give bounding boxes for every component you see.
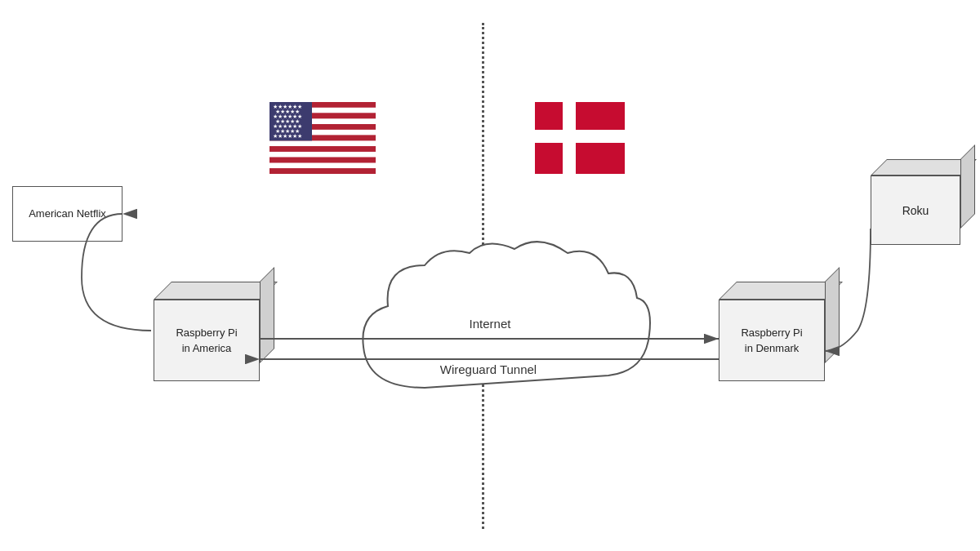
svg-rect-8 [270,146,376,152]
svg-rect-12 [270,168,376,174]
svg-rect-9 [270,152,376,158]
svg-rect-7 [270,140,376,146]
roku-label: Roku [902,204,929,217]
svg-rect-22 [535,130,625,143]
svg-text:★★★★★★: ★★★★★★ [273,133,302,139]
pi-denmark-label: Raspberry Pi in Denmark [741,325,802,357]
svg-rect-11 [270,162,376,168]
wireguard-label: Wireguard Tunnel [407,362,570,376]
cloud-shape [318,241,662,420]
internet-label: Internet [425,317,555,331]
svg-rect-23 [563,102,576,174]
us-flag: ★★★★★★ ★★★★★ ★★★★★★ ★★★★★ ★★★★★★ ★★★★★ ★… [270,102,376,174]
american-netflix-label: American Netflix [29,207,106,221]
american-netflix-box: American Netflix [12,186,122,242]
pi-america-label: Raspberry Pi in America [176,325,237,357]
main-diagram: ★★★★★★ ★★★★★ ★★★★★★ ★★★★★ ★★★★★★ ★★★★★ ★… [0,0,980,551]
svg-rect-10 [270,158,376,163]
dk-flag [535,102,625,174]
